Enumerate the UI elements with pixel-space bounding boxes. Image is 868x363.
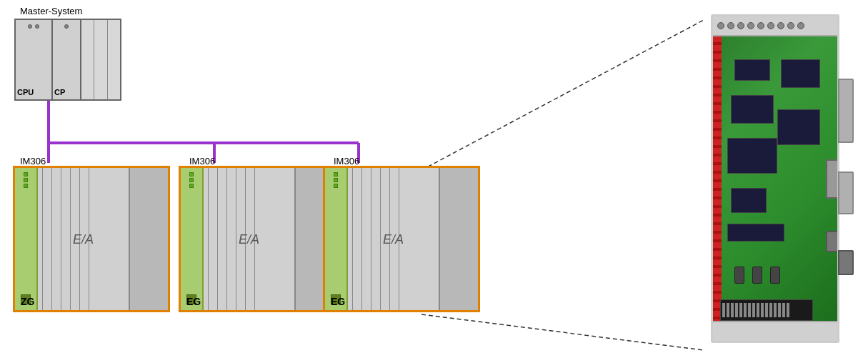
im-label-zg: IM306 [20, 156, 46, 166]
pcb-chip-2 [731, 95, 774, 124]
cpu-slot: CPU [16, 20, 53, 99]
slots-area-eg2: E/A [348, 168, 439, 310]
pcb-rail-bottom [713, 321, 837, 341]
rack-label-zg: ZG [21, 296, 34, 307]
svg-line-8 [421, 314, 704, 350]
pcb-capacitor-3 [770, 267, 780, 284]
im-label-eg2: IM306 [334, 156, 359, 166]
pcb-chip-6 [781, 59, 820, 88]
slots-area-zg: E/A [38, 168, 129, 310]
im-module-zg [15, 168, 38, 310]
pcb-right-connector-1 [838, 79, 854, 143]
gray-module-zg [129, 168, 168, 310]
im-label-eg1: IM306 [189, 156, 215, 166]
cp-led [64, 24, 69, 29]
im-led-2 [24, 178, 28, 182]
ms-slot-2 [94, 20, 107, 99]
pcb-container [697, 14, 854, 350]
cpu-label: CPU [17, 88, 34, 96]
pcb-db9-connector [826, 159, 837, 199]
pcb-chip-1 [734, 59, 770, 81]
ea-label-eg2: E/A [383, 232, 404, 247]
pcb-circular-connector [826, 231, 837, 252]
pcb-rail-top [713, 16, 837, 36]
im-led-1 [24, 172, 28, 176]
ms-slot-1 [81, 20, 94, 99]
rack-label-eg1: EG [186, 296, 201, 307]
pcb-chip-5 [727, 224, 784, 242]
im-module-eg1 [181, 168, 204, 310]
diagram-container: Master-System CPU CP IM306 [0, 0, 868, 363]
im-eg1-led-3 [189, 184, 194, 188]
gray-module-eg2 [439, 168, 478, 310]
im-module-eg2 [325, 168, 348, 310]
rack-zg: E/A ZG [13, 166, 170, 312]
cp-label: CP [54, 88, 65, 96]
rack-label-eg2: EG [331, 296, 345, 307]
im-led-3 [24, 184, 28, 188]
svg-line-7 [421, 20, 704, 170]
pcb-chip-4 [731, 188, 767, 213]
im-eg1-led-1 [189, 172, 194, 176]
pcb-board [711, 14, 839, 343]
cpu-led2 [35, 24, 39, 29]
pcb-right-connector-2 [838, 171, 854, 214]
cp-slot: CP [53, 20, 81, 99]
pcb-connector-bottom [720, 299, 813, 321]
pcb-chip-3 [727, 138, 777, 174]
rack-eg2: E/A EG [323, 166, 480, 312]
pcb-capacitor-2 [752, 267, 762, 284]
pcb-right-connector-3 [838, 250, 854, 275]
pcb-red-stripe [713, 36, 722, 321]
cpu-led1 [28, 24, 32, 29]
slots-area-eg1: E/A [204, 168, 294, 310]
master-system-box: CPU CP [14, 19, 121, 101]
master-system-label: Master-System [20, 6, 82, 16]
im-eg2-led-3 [334, 184, 338, 188]
ea-label-zg: E/A [73, 232, 94, 247]
pcb-chip-7 [777, 109, 820, 145]
im-eg2-led-1 [334, 172, 338, 176]
ea-label-eg1: E/A [239, 232, 259, 247]
im-eg2-led-2 [334, 178, 338, 182]
ms-slot-3 [108, 20, 120, 99]
im-eg1-led-2 [189, 178, 194, 182]
rack-eg1: E/A EG [179, 166, 336, 312]
pcb-capacitor-1 [734, 267, 744, 284]
